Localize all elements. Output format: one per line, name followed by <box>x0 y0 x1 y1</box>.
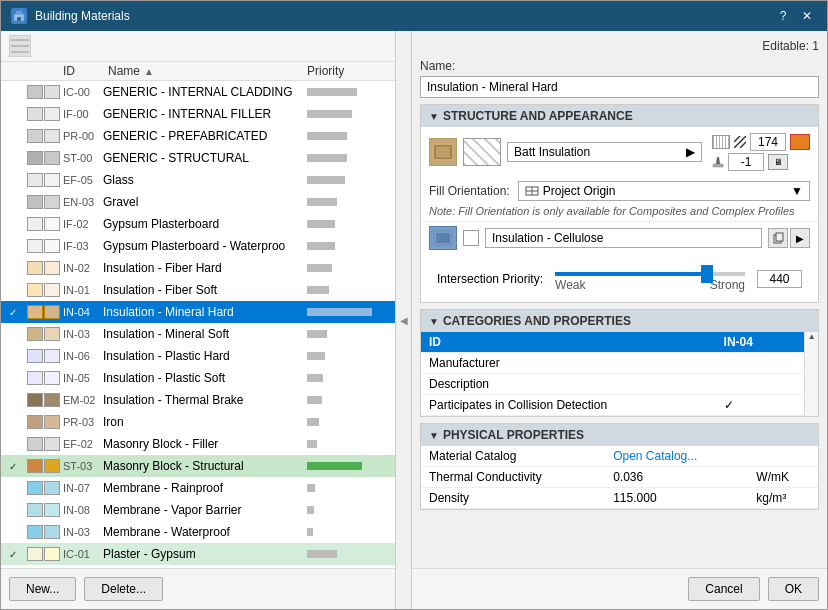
note-text: Note: Fill Orientation is only available… <box>421 205 818 221</box>
pen-icon <box>712 156 724 168</box>
list-item[interactable]: EF-02 Masonry Block - Filler <box>1 433 395 455</box>
cellulose-copy-btn[interactable] <box>768 228 788 248</box>
building-icon <box>13 10 25 22</box>
divider: ◀ <box>396 31 412 609</box>
hatch-value-input[interactable] <box>750 133 786 151</box>
name-label: Name: <box>420 59 819 73</box>
name-input[interactable] <box>420 76 819 98</box>
structure-section: ▼ STRUCTURE AND APPEARANCE <box>420 104 819 303</box>
list-item-green[interactable]: ✓ ST-03 Masonry Block - Structural <box>1 455 395 477</box>
left-panel: ID Name ▲ Priority IC-00 GENERIC - I <box>1 31 396 609</box>
bottom-bar: New... Delete... <box>1 568 395 609</box>
list-item[interactable]: IN-02 Insulation - Fiber Hard <box>1 257 395 279</box>
right-panel-wrapper: Editable: 1 Name: ▼ STRUCTURE AND APPEAR… <box>412 31 827 609</box>
title-bar: Building Materials ? ✕ <box>1 1 827 31</box>
batt-dropdown[interactable]: Batt Insulation ▶ <box>507 142 702 162</box>
help-button[interactable]: ? <box>773 8 793 24</box>
svg-line-13 <box>740 142 746 148</box>
col-id-header: ID <box>63 64 108 78</box>
main-content: ID Name ▲ Priority IC-00 GENERIC - I <box>1 31 827 609</box>
fill-orientation-label: Fill Orientation: <box>429 184 510 198</box>
app-icon <box>11 8 27 24</box>
list-item[interactable]: PR-03 Iron <box>1 411 395 433</box>
list-item[interactable]: PR-00 GENERIC - PREFABRICATED <box>1 125 395 147</box>
svg-rect-22 <box>776 233 783 241</box>
list-item[interactable]: IN-06 Insulation - Plastic Hard <box>1 345 395 367</box>
table-row: Description <box>421 374 804 395</box>
list-item[interactable]: IN-05 Insulation - Plastic Soft <box>1 367 395 389</box>
categories-table: ID IN-04 Manufacturer Description <box>421 332 804 416</box>
list-item-selected[interactable]: ✓ IN-04 Insulation - Mineral Hard <box>1 301 395 323</box>
svg-rect-2 <box>17 17 21 21</box>
table-row: Thermal Conductivity 0.036 W/mK <box>421 467 818 488</box>
table-row: Manufacturer <box>421 353 804 374</box>
list-item-green2[interactable]: ✓ IC-01 Plaster - Gypsum <box>1 543 395 565</box>
delete-button[interactable]: Delete... <box>84 577 163 601</box>
color-swatch <box>27 85 43 99</box>
dialog-footer: Cancel OK <box>412 568 827 609</box>
physical-collapse-arrow[interactable]: ▼ <box>429 430 439 441</box>
fill-orientation-row: Fill Orientation: Project Origin ▼ <box>421 177 818 205</box>
intersection-value-input[interactable] <box>757 270 802 288</box>
pattern-preview <box>463 138 501 166</box>
close-button[interactable]: ✕ <box>797 8 817 24</box>
hatch-icon <box>712 135 730 149</box>
intersection-label: Intersection Priority: <box>437 272 543 286</box>
list-item[interactable]: IN-03 Membrane - Waterproof <box>1 521 395 543</box>
fill-orientation-select[interactable]: Project Origin ▼ <box>518 181 810 201</box>
svg-marker-15 <box>716 157 720 164</box>
cancel-button[interactable]: Cancel <box>688 577 759 601</box>
window-title: Building Materials <box>35 9 765 23</box>
right-panel: Editable: 1 Name: ▼ STRUCTURE AND APPEAR… <box>412 31 827 568</box>
collapse-arrow[interactable]: ▼ <box>429 111 439 122</box>
color-picker-btn[interactable] <box>790 134 810 150</box>
list-item[interactable]: EM-02 Insulation - Thermal Brake <box>1 389 395 411</box>
categories-header: ▼ CATEGORIES AND PROPERTIES <box>421 310 818 332</box>
list-item[interactable]: IC-00 GENERIC - INTERNAL CLADDING <box>1 81 395 103</box>
material-layer-icon <box>429 138 457 166</box>
offset-input[interactable] <box>728 153 764 171</box>
slider-track[interactable] <box>555 272 745 276</box>
list-header-icon <box>9 35 31 57</box>
list-item[interactable]: IF-03 Gypsum Plasterboard - Waterproo <box>1 235 395 257</box>
ok-button[interactable]: OK <box>768 577 819 601</box>
scroll-up-btn[interactable]: ▲ <box>808 332 816 341</box>
svg-rect-20 <box>436 233 450 243</box>
column-headers: ID Name ▲ Priority <box>1 62 395 81</box>
list-item[interactable]: EN-03 Gravel <box>1 191 395 213</box>
cellulose-arrow-btn[interactable]: ▶ <box>790 228 810 248</box>
svg-line-11 <box>734 136 746 148</box>
list-item[interactable]: IF-00 GENERIC - INTERNAL FILLER <box>1 103 395 125</box>
monitor-icon[interactable]: 🖥 <box>768 154 788 170</box>
dropdown-arrow: ▶ <box>686 145 695 159</box>
list-item[interactable]: IN-01 Insulation - Fiber Soft <box>1 279 395 301</box>
slider-thumb[interactable] <box>701 265 713 283</box>
svg-rect-14 <box>713 164 723 167</box>
list-item[interactable]: IN-07 Membrane - Rainproof <box>1 477 395 499</box>
list-item[interactable]: EF-05 Glass <box>1 169 395 191</box>
categories-collapse-arrow[interactable]: ▼ <box>429 316 439 327</box>
window-controls: ? ✕ <box>773 8 817 24</box>
structure-header: ▼ STRUCTURE AND APPEARANCE <box>421 105 818 127</box>
list-header <box>1 31 395 62</box>
cat-header-row: ID IN-04 <box>421 332 804 353</box>
new-button[interactable]: New... <box>9 577 76 601</box>
col-name-header: Name ▲ <box>108 64 307 78</box>
name-section: Name: <box>420 59 819 98</box>
list-item[interactable]: IF-02 Gypsum Plasterboard <box>1 213 395 235</box>
batt-controls: 🖥 <box>712 133 810 171</box>
list-item[interactable]: IN-08 Membrane - Vapor Barrier <box>1 499 395 521</box>
svg-line-12 <box>734 136 740 142</box>
physical-header: ▼ PHYSICAL PROPERTIES <box>421 424 818 446</box>
list-item[interactable]: ST-00 GENERIC - STRUCTURAL <box>1 147 395 169</box>
list-item[interactable]: IN-03 Insulation - Mineral Soft <box>1 323 395 345</box>
building-materials-dialog: Building Materials ? ✕ ID <box>0 0 828 610</box>
batt-row: Batt Insulation ▶ <box>421 127 818 177</box>
table-row: Participates in Collision Detection ✓ <box>421 395 804 416</box>
cellulose-row: Insulation - Cellulose ▶ <box>421 221 818 254</box>
color-swatch2 <box>44 85 60 99</box>
cellulose-name-field[interactable]: Insulation - Cellulose <box>485 228 762 248</box>
select-arrow: ▼ <box>791 184 803 198</box>
materials-list[interactable]: IC-00 GENERIC - INTERNAL CLADDING IF-00 … <box>1 81 395 568</box>
intersection-section: Intersection Priority: Weak Strong <box>421 254 818 302</box>
